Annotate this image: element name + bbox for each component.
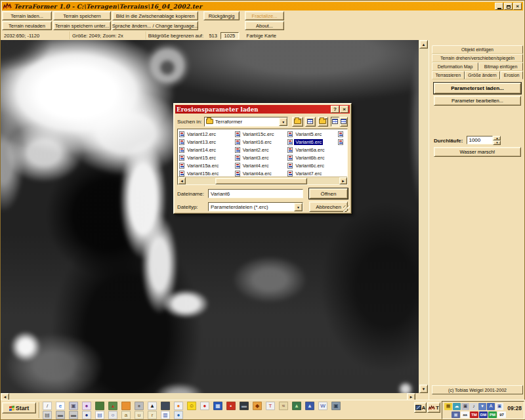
terrain-speichern-unter-button[interactable]: Terrain speichern unter... <box>53 21 111 30</box>
resize-grip[interactable] <box>343 205 350 212</box>
durchlaeufe-input[interactable] <box>467 136 493 144</box>
tray-icon[interactable]: A <box>487 403 495 410</box>
file-list-item[interactable]: Variant6b.erc <box>287 154 338 161</box>
status-limit-height-field[interactable]: 1025 <box>220 32 238 39</box>
file-list-item[interactable]: Variant13.erc <box>179 138 235 146</box>
cancel-button[interactable]: Abbrechen <box>309 201 348 212</box>
quicklaunch-icon[interactable]: / <box>43 402 52 410</box>
file-list-item[interactable]: Variant6.erc <box>287 138 338 146</box>
quicklaunch-icon[interactable]: ▲ <box>292 402 301 410</box>
quicklaunch-icon[interactable]: ▤ <box>95 411 104 419</box>
spin-down-icon[interactable]: ▼ <box>493 140 501 145</box>
tray-icon[interactable]: ♪ <box>470 403 478 410</box>
quicklaunch-icon[interactable]: ≈ <box>279 402 288 410</box>
title-bar[interactable]: TerraFormer 1.0 - C:\Terragen\Terrains\1… <box>2 2 523 10</box>
tray-icon[interactable]: ▦ <box>444 403 452 410</box>
quicklaunch-icon[interactable]: ▪ <box>226 402 236 410</box>
filename-input[interactable] <box>208 189 303 198</box>
sprache-aendern-button[interactable]: Sprache ändern... / Change language... <box>112 21 198 30</box>
quicklaunch-icon[interactable]: T <box>266 402 275 410</box>
tab-bitmap-einfuegen[interactable]: Bitmap einfügen <box>478 62 523 71</box>
scroll-left-icon[interactable]: ◄ <box>178 177 186 184</box>
rueckgaengig-button[interactable]: Rückgängig <box>203 11 240 20</box>
file-list-item[interactable]: Variant6c.erc <box>287 161 338 169</box>
tab-deformation-map[interactable]: Deformation Map <box>432 62 478 71</box>
tray-icon[interactable]: ▣ <box>495 403 503 410</box>
quicklaunch-icon[interactable]: ▲ <box>305 402 314 410</box>
quicklaunch-icon[interactable]: a <box>121 411 131 419</box>
quicklaunch-icon[interactable]: ● <box>200 402 209 410</box>
quicklaunch-icon[interactable]: ☺ <box>187 402 196 410</box>
quicklaunch-icon[interactable]: W <box>318 402 327 410</box>
tray-badge[interactable]: PM <box>488 411 497 418</box>
quicklaunch-icon[interactable] <box>121 402 131 410</box>
quicklaunch-icon[interactable]: ● <box>82 402 91 410</box>
quicklaunch-icon[interactable]: e <box>56 402 65 410</box>
terrain-speichern-button[interactable]: Terrain speichern <box>53 11 111 20</box>
quicklaunch-icon[interactable]: ◆ <box>253 402 262 410</box>
file-list-item[interactable]: Variant4.erc <box>235 161 288 169</box>
file-list-item[interactable]: Variant6a.erc <box>287 146 338 154</box>
file-list-item[interactable]: Variant15c.erc <box>235 130 288 138</box>
tray-badge[interactable]: 97 <box>497 411 506 418</box>
wasser-marsch-button[interactable]: Wasser marsch! <box>434 147 521 157</box>
file-list-item[interactable]: Variant12.erc <box>179 130 235 138</box>
quicklaunch-icon[interactable] <box>95 402 104 410</box>
file-list-item[interactable]: Variant3.erc <box>235 154 288 161</box>
quicklaunch-icon[interactable]: ▬ <box>56 411 65 419</box>
quicklaunch-icon[interactable]: ● <box>174 402 183 410</box>
tray-badge[interactable]: aa <box>461 411 469 418</box>
tray-badge[interactable]: TM <box>470 411 478 418</box>
task-button-a[interactable]: A <box>414 402 427 413</box>
quicklaunch-icon[interactable]: ● <box>82 411 91 419</box>
tray-badge[interactable]: DM <box>479 411 488 418</box>
tray-icon[interactable]: ▾ <box>478 403 486 410</box>
start-button[interactable]: Start <box>2 402 36 413</box>
quicklaunch-icon[interactable]: ▲ <box>148 402 157 410</box>
quicklaunch-icon[interactable]: ▬ <box>240 402 249 410</box>
quicklaunch-icon[interactable]: ▬ <box>69 411 78 419</box>
map-vertical-scrollbar[interactable]: ▲ ▼ <box>419 40 429 393</box>
dialog-title-bar[interactable]: Erosionsparameter laden ? × <box>175 105 350 114</box>
task-button-terraformer[interactable]: T <box>427 402 440 413</box>
new-folder-button[interactable]: * <box>318 117 328 127</box>
file-list-item[interactable] <box>338 138 347 146</box>
folder-combobox[interactable]: Terraformer ▼ <box>204 117 288 127</box>
chevron-down-icon[interactable]: ▼ <box>294 203 303 211</box>
tab-terrain-drehen[interactable]: Terrain drehen/verschieben/spiegeln <box>432 54 523 62</box>
quicklaunch-icon[interactable]: ● <box>174 411 183 419</box>
scrollbar-thumb[interactable] <box>215 178 307 184</box>
file-list[interactable]: Variant12.erc Variant13.erc Variant14.er… <box>177 129 348 185</box>
minimize-button[interactable] <box>495 3 503 10</box>
about-button[interactable]: About... <box>245 21 284 30</box>
file-list-horizontal-scrollbar[interactable]: ◄ ► <box>178 177 347 184</box>
spin-up-icon[interactable]: ▲ <box>493 136 501 140</box>
desktop-view-button[interactable] <box>305 117 316 127</box>
file-list-item[interactable]: Variant2.erc <box>235 146 288 154</box>
filetype-combobox[interactable]: Parameterdateien (*.erc) ▼ <box>208 202 303 211</box>
scroll-down-icon[interactable]: ▼ <box>419 385 428 393</box>
details-view-button[interactable] <box>340 117 348 127</box>
scroll-up-icon[interactable]: ▲ <box>419 40 428 49</box>
tab-objekt-einfuegen[interactable]: Objekt einfügen <box>432 45 523 54</box>
file-list-item[interactable]: Variant14.erc <box>179 146 235 154</box>
quicklaunch-icon[interactable]: r <box>148 411 157 419</box>
taskbar-clock[interactable]: 09:28 <box>507 405 522 411</box>
quicklaunch-icon[interactable]: ▤ <box>43 411 52 419</box>
quicklaunch-icon[interactable]: ▥ <box>161 411 170 419</box>
file-list-item[interactable]: Variant15.erc <box>179 154 235 161</box>
bild-kopieren-button[interactable]: Bild in die Zwischenablage kopieren <box>112 11 198 20</box>
list-view-button[interactable] <box>331 117 339 127</box>
tray-icon[interactable]: ☁ <box>453 403 461 410</box>
tab-groesse-aendern[interactable]: Größe ändern <box>465 71 501 79</box>
quicklaunch-icon[interactable]: ● <box>135 402 144 410</box>
parameter-bearbeiten-button[interactable]: Parameter bearbeiten... <box>434 96 521 106</box>
quicklaunch-icon[interactable]: ○ <box>108 411 117 419</box>
tab-terrassieren[interactable]: Terrassieren <box>432 71 465 79</box>
tray-icon[interactable]: ▣ <box>461 403 469 410</box>
file-list-item[interactable]: Variant15a.erc <box>179 161 235 169</box>
quicklaunch-icon[interactable]: ▣ <box>331 402 341 410</box>
quicklaunch-icon[interactable] <box>161 402 170 410</box>
dialog-close-icon[interactable]: × <box>340 106 348 113</box>
terrain-neuladen-button[interactable]: Terrain neuladen <box>2 21 52 30</box>
